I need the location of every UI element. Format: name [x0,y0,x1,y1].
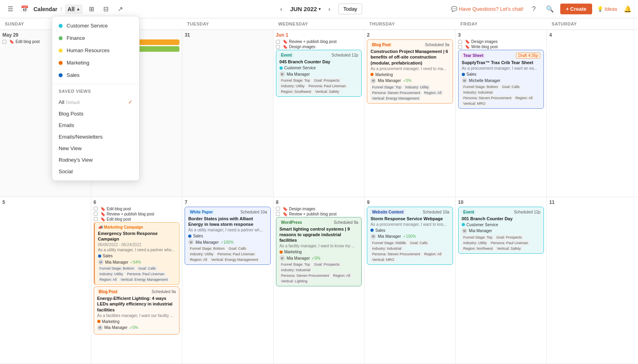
progress-smart: ✓0% [311,256,320,260]
team-label-marketing: Marketing [67,60,89,66]
cell-jun8: 8 🔖 Design images 🔖 Review + publish blo… [274,197,365,364]
help-icon[interactable]: ? [528,4,540,15]
tag-industry: Industry: Utility [280,84,306,88]
task-design-images-3[interactable]: 🔖 Design images [458,39,544,44]
saved-view-new-view[interactable]: New View [52,143,139,154]
cell-may31: 31 [182,30,274,197]
layout-icon[interactable]: ⊟ [100,4,111,15]
avatar-lighting: M [97,325,103,331]
team-marketing[interactable]: Marketing [52,57,139,69]
cell-jun10: 10 Event Scheduled 12p 001 Branch Counte… [456,197,547,364]
all-dropdown: Customer Service Finance Human Resources… [52,16,140,181]
task-cb-6a[interactable] [94,207,98,211]
manager-tearsheet: M Michelle Manager [462,78,541,83]
tags-045: Funnel Stage: Top Goal: Prospects Indust… [280,78,358,94]
scheduled-001: Scheduled 12p [514,210,541,214]
task-edit-6a[interactable]: 🔖 Edit blog post [94,207,180,211]
team-sales[interactable]: Sales [52,69,139,81]
search-icon[interactable]: 🔍 [544,4,555,15]
title-border: Border States joins with Alliant Energy … [188,216,267,227]
task-label-8b: Review + publish blog post [289,212,337,216]
ideas-button[interactable]: 💡 Ideas [597,6,617,12]
card-045-branch[interactable]: Event Scheduled 12p 045 Branch Counter D… [276,50,362,97]
prev-month-button[interactable]: ‹ [276,4,287,15]
avatar-tearsheet: M [462,78,467,83]
cell-jun7: 7 White Paper Scheduled 10a Border State… [182,197,274,364]
team-customer-service[interactable]: Customer Service [52,20,139,32]
avatar-001: M [462,228,467,234]
card-energy-lighting[interactable]: Blog Post Scheduled 9a Energy-Efficient … [94,286,180,335]
saved-view-blog-posts[interactable]: Blog Posts [52,108,139,119]
tag-e6: Vertical: Energy Management [119,277,169,282]
task-icon-6b: 🔖 [100,212,105,216]
create-button[interactable]: + Create [560,4,592,14]
cell-jun3: 3 🔖 Design images 🔖 Write blog post Tear… [456,30,547,197]
saved-view-social[interactable]: Social [52,166,139,177]
task-cb-3b[interactable] [458,45,462,49]
scheduled-storm: Scheduled 10a [423,210,449,214]
card-001-branch[interactable]: Event Scheduled 12p 001 Branch Counter D… [458,207,544,254]
meta-tearsheet: Sales [462,72,541,76]
saved-view-all[interactable]: All Default ✓ [52,96,139,108]
card-border-states[interactable]: White Paper Scheduled 10a Border States … [185,207,271,265]
task-label-8a: Design images [289,207,315,211]
card-construction[interactable]: Blog Post Scheduled 9a Construction Proj… [367,39,453,104]
task-cb-6c[interactable] [94,217,98,221]
progress-lighting: ✓0% [129,325,138,330]
saved-view-emails-newsletters[interactable]: Emails/Newsletters [52,131,139,143]
menu-icon[interactable]: ☰ [5,4,16,15]
tag-b4: Persona: Paul Lineman [216,252,256,256]
task-review-publish[interactable]: 🔖 Review + publish blog post [276,39,362,44]
team-dot-border [188,235,191,238]
task-cb-6b[interactable] [94,212,98,216]
title-emergency: Emergency Storm Response Campaign [98,231,176,242]
card-storm-webpage[interactable]: Website Content Scheduled 10a Storm Resp… [367,207,453,265]
filter-icon[interactable]: ⊞ [86,4,97,15]
subtitle-construction: As a procurement manager, I need to ma..… [370,67,449,71]
card-tearsheet[interactable]: Tear Sheet Draft 4:35p SupplyTrax™ Trax … [458,50,544,109]
chat-link[interactable]: 💬 Have Questions? Let's chat! [451,6,524,12]
team-border: Sales [193,234,203,238]
task-cb-3a[interactable] [458,40,462,44]
today-button[interactable]: Today [338,4,362,14]
saved-view-rodneys-view[interactable]: Rodney's View [52,154,139,166]
manager-name-045: Mia Manager [287,72,310,76]
team-dot-storm [370,229,374,232]
saved-views-label: SAVED VIEWS [52,86,139,96]
team-finance[interactable]: Finance [52,32,139,44]
avatar-emergency: M [98,259,104,265]
bell-icon[interactable]: 🔔 [622,4,633,15]
title-tearsheet: SupplyTrax™ Trax Crib Tear Sheet [462,60,541,65]
month-chevron-icon: ▾ [319,7,321,11]
task-design-8[interactable]: 🔖 Design images [276,207,362,211]
task-checkbox[interactable] [2,40,6,44]
month-selector[interactable]: JUN 2022 ▾ [290,6,321,12]
team-dot-lighting [97,320,100,323]
task-edit-6c[interactable]: 🔖 Edit blog post [94,217,180,221]
task-cb-8b[interactable] [276,212,280,216]
share-icon[interactable]: ↗ [114,4,126,15]
all-dropdown-button[interactable]: All ▲ [65,4,83,14]
card-smart-lighting[interactable]: WordPress Scheduled 9a Smart lighting co… [276,217,362,287]
avatar-construction: M [370,78,376,84]
task-write-blog-3[interactable]: 🔖 Write blog post [458,45,544,49]
team-human-resources[interactable]: Human Resources [52,44,139,57]
manager-name-emergency: Mia Manager [105,260,128,264]
card-emergency-campaign[interactable]: 📣 Marketing Campaign Emergency Storm Res… [94,222,180,285]
badge-event-045: Event [280,53,293,58]
progress-storm: ✓100% [403,234,416,239]
saved-view-emails[interactable]: Emails [52,119,139,131]
task-checkbox-design[interactable] [276,45,280,49]
calendar-icon[interactable]: 📅 [19,4,30,15]
task-review-6[interactable]: 🔖 Review + publish blog post [94,212,180,216]
manager-smart: M Mia Manager ✓0% [280,255,358,261]
next-month-button[interactable]: › [324,4,335,15]
subtitle-lighting: As a facilities manager, I want our faci… [97,313,176,318]
topbar-center: ‹ JUN 2022 ▾ › Today [276,4,362,15]
tag-sw4: Persona: Steven Procurement [370,252,422,256]
badge-marketing-campaign: 📣 Marketing Campaign [98,225,143,229]
task-review-8[interactable]: 🔖 Review + publish blog post [276,212,362,216]
task-cb-8a[interactable] [276,207,280,211]
task-design-images[interactable]: 🔖 Design images [276,45,362,49]
task-checkbox-review[interactable] [276,40,280,44]
